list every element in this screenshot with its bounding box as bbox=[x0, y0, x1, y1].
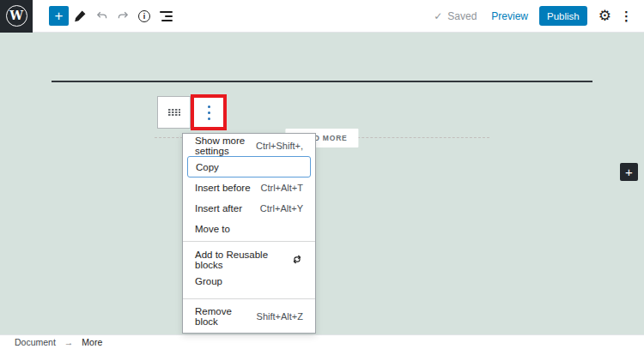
more-tools-button[interactable]: ⋮ bbox=[620, 9, 633, 24]
menu-item-group[interactable]: Group bbox=[183, 270, 315, 292]
pencil-icon bbox=[74, 9, 87, 22]
vertical-ellipsis-icon bbox=[208, 105, 210, 120]
menu-item-add-to-reusable-blocks[interactable]: Add to Reusable blocks bbox=[183, 249, 315, 270]
list-view-icon bbox=[160, 11, 173, 21]
menu-item-shortcut: Ctrl+Alt+T bbox=[260, 183, 303, 193]
menu-item-move-to[interactable]: Move to bbox=[183, 219, 315, 239]
menu-section-reusable: Add to Reusable blocks Group bbox=[183, 242, 315, 299]
breadcrumb-document[interactable]: Document bbox=[15, 337, 56, 347]
add-block-appender-button[interactable]: + bbox=[620, 163, 638, 181]
menu-item-insert-after[interactable]: Insert after Ctrl+Alt+Y bbox=[183, 198, 315, 219]
settings-button[interactable]: ⚙ bbox=[598, 9, 611, 23]
edit-mode-button[interactable] bbox=[70, 6, 90, 27]
separator-block bbox=[52, 81, 592, 82]
info-icon: i bbox=[138, 10, 150, 22]
reusable-blocks-icon bbox=[291, 253, 303, 266]
more-block-type-button[interactable] bbox=[157, 96, 191, 129]
gear-icon: ⚙ bbox=[598, 8, 611, 24]
menu-section-primary: Show more settings Ctrl+Shift+, Copy Ins… bbox=[183, 134, 315, 242]
menu-item-label: Group bbox=[195, 276, 222, 286]
red-annotation-highlight bbox=[191, 94, 227, 130]
wordpress-logo-button[interactable]: W bbox=[0, 0, 33, 33]
plus-icon: + bbox=[55, 9, 64, 23]
block-navigation-button[interactable] bbox=[155, 6, 176, 27]
content-structure-button[interactable]: i bbox=[134, 6, 155, 27]
menu-item-insert-before[interactable]: Insert before Ctrl+Alt+T bbox=[183, 178, 315, 198]
wordpress-logo-icon: W bbox=[6, 5, 27, 27]
menu-item-remove-block[interactable]: Remove block Shift+Alt+Z bbox=[183, 305, 315, 327]
plus-icon: + bbox=[625, 165, 633, 178]
breadcrumb: Document → More bbox=[0, 334, 644, 349]
menu-item-show-more-settings[interactable]: Show more settings Ctrl+Shift+, bbox=[183, 135, 315, 156]
redo-button[interactable] bbox=[112, 6, 133, 27]
editor-canvas: READ MORE Show more settings Ctrl+Shift+… bbox=[0, 33, 644, 334]
saved-label: Saved bbox=[447, 10, 477, 22]
block-options-menu: Show more settings Ctrl+Shift+, Copy Ins… bbox=[182, 133, 316, 334]
redo-arrow-icon bbox=[116, 9, 131, 23]
menu-item-copy[interactable]: Copy bbox=[187, 156, 311, 178]
menu-item-label: Show more settings bbox=[195, 135, 256, 156]
save-status: ✓ Saved bbox=[434, 10, 477, 22]
menu-item-label: Move to bbox=[195, 224, 230, 234]
check-icon: ✓ bbox=[434, 10, 442, 22]
editor-top-toolbar: W + i ✓ Saved bbox=[0, 0, 644, 33]
block-options-button[interactable] bbox=[194, 98, 223, 127]
breadcrumb-arrow-icon: → bbox=[64, 337, 74, 347]
read-more-block-icon bbox=[167, 108, 181, 117]
menu-item-label: Insert before bbox=[195, 183, 251, 193]
menu-item-shortcut: Ctrl+Shift+, bbox=[256, 141, 303, 151]
menu-item-shortcut: Ctrl+Alt+Y bbox=[260, 203, 303, 214]
block-inserter-button[interactable]: + bbox=[49, 6, 69, 26]
wordpress-block-editor: W + i ✓ Saved bbox=[0, 0, 644, 349]
breadcrumb-more-block[interactable]: More bbox=[82, 337, 102, 347]
kebab-menu-icon: ⋮ bbox=[620, 9, 633, 23]
menu-section-remove: Remove block Shift+Alt+Z bbox=[183, 299, 315, 333]
undo-button[interactable] bbox=[91, 6, 112, 27]
publish-button[interactable]: Publish bbox=[539, 6, 587, 26]
undo-arrow-icon bbox=[94, 9, 109, 23]
menu-item-label: Insert after bbox=[195, 203, 242, 214]
menu-item-label: Copy bbox=[196, 162, 219, 172]
menu-item-label: Remove block bbox=[195, 306, 257, 327]
preview-button[interactable]: Preview bbox=[491, 10, 528, 22]
menu-item-label: Add to Reusable blocks bbox=[195, 250, 291, 270]
menu-item-shortcut: Shift+Alt+Z bbox=[257, 311, 303, 322]
